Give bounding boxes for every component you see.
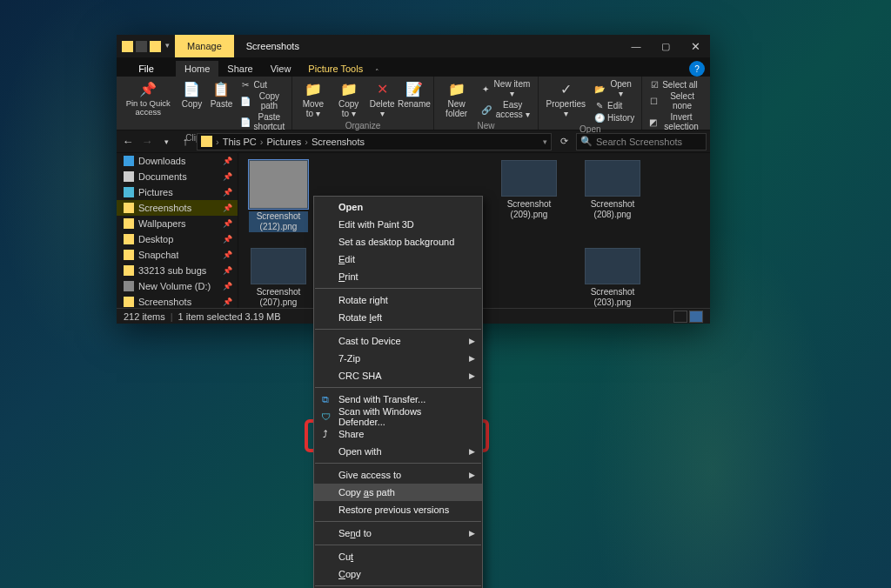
pin-icon: 📌 (223, 266, 232, 275)
newfolder-icon: 📁 (448, 80, 466, 97)
invert-selection-button[interactable]: ◩Invert selection (646, 111, 707, 132)
ctx-crc-sha[interactable]: CRC SHA▶ (314, 367, 482, 384)
file-item[interactable]: Screenshot (208).png (583, 160, 642, 232)
open-button[interactable]: 📂Open ▾ (591, 78, 638, 99)
tab-home[interactable]: Home (176, 61, 218, 77)
select-all-button[interactable]: ☑Select all (646, 78, 707, 90)
paste-button[interactable]: 📋Paste (207, 78, 235, 132)
qat-dropdown-icon[interactable]: ▾ (164, 41, 170, 52)
addr-dropdown-icon[interactable]: ▾ (543, 137, 547, 146)
ctx-set-background[interactable]: Set as desktop background (314, 233, 482, 251)
edit-ribbon-button[interactable]: ✎Edit (591, 99, 638, 111)
search-box[interactable]: 🔍 Search Screenshots (576, 133, 707, 150)
file-item[interactable]: Screenshot (203).png (583, 248, 642, 308)
copy-to-button[interactable]: 📁Copy to ▾ (332, 78, 365, 120)
ctx-scan-defender[interactable]: 🛡Scan with Windows Defender... (314, 408, 482, 425)
ctx-edit[interactable]: Edit (314, 251, 482, 268)
maximize-button[interactable]: ▢ (651, 35, 680, 57)
refresh-button[interactable]: ⟳ (555, 136, 573, 147)
delete-button[interactable]: ✕Delete ▾ (367, 78, 397, 120)
ctx-copypath-label: Copy as path (338, 487, 395, 498)
ctx-open-with[interactable]: Open with▶ (314, 443, 482, 460)
view-details-button[interactable] (673, 311, 687, 323)
newfolder-label: New folder (441, 99, 472, 118)
ctx-print[interactable]: Print (314, 268, 482, 285)
tab-file[interactable]: File (117, 61, 176, 77)
breadcrumb-pictures[interactable]: Pictures (266, 137, 301, 147)
sidebar-item-label: New Volume (D:) (138, 281, 211, 291)
easy-access-button[interactable]: 🔗Easy access ▾ (478, 99, 535, 120)
search-icon: 🔍 (580, 136, 593, 147)
sidebar-item[interactable]: New Volume (D:)📌 (117, 278, 238, 294)
pin-icon: 📌 (223, 251, 232, 259)
nav-forward-button[interactable]: → (139, 135, 155, 148)
ctx-restore-previous[interactable]: Restore previous versions (314, 501, 482, 518)
file-item-selected[interactable]: Screenshot (212).png (249, 160, 308, 232)
ctx-rotate-right[interactable]: Rotate right (314, 291, 482, 309)
address-bar[interactable]: › This PC › Pictures › Screenshots ▾ (197, 133, 552, 150)
ctx-send-to[interactable]: Send to▶ (314, 525, 482, 542)
nav-recent-button[interactable]: ▾ (158, 137, 174, 146)
ctx-copy[interactable]: Copy (314, 565, 482, 583)
submenu-icon: ▶ (469, 529, 475, 538)
move-to-button[interactable]: 📁Move to ▾ (296, 78, 330, 120)
view-thumbnails-button[interactable] (689, 311, 703, 323)
sidebar-item[interactable]: Documents📌 (117, 169, 238, 184)
breadcrumb-screenshots[interactable]: Screenshots (312, 137, 365, 147)
chevron-right-icon[interactable]: › (216, 137, 219, 147)
ctx-rotate-left[interactable]: Rotate left (314, 309, 482, 326)
select-none-button[interactable]: ☐Select none (646, 90, 707, 111)
ctx-edit-paint3d[interactable]: Edit with Paint 3D (314, 216, 482, 233)
sidebar-item[interactable]: Screenshots📌 (117, 200, 238, 216)
sidebar-item[interactable]: Desktop📌 (117, 231, 238, 247)
sidebar-item[interactable]: Downloads📌 (117, 153, 238, 169)
ctx-share-label: Share (338, 429, 364, 439)
history-button[interactable]: 🕘History (591, 111, 638, 124)
rename-icon: 📝 (405, 80, 423, 97)
copy-button[interactable]: 📄Copy (178, 78, 205, 132)
tab-view[interactable]: View (262, 61, 300, 77)
sidebar-item-label: Documents (138, 171, 187, 182)
new-folder-button[interactable]: 📁New folder (438, 78, 476, 120)
ribbon-collapse-icon[interactable]: ˄ (372, 68, 383, 77)
copy-path-button[interactable]: 📄Copy path (237, 90, 288, 111)
help-button[interactable]: ? (689, 61, 705, 77)
nav-back-button[interactable]: ← (120, 135, 136, 148)
close-button[interactable]: ✕ (680, 35, 710, 57)
ctx-cast-to-device[interactable]: Cast to Device▶ (314, 332, 482, 350)
ctx-cut[interactable]: Cut (314, 548, 482, 565)
ctx-open[interactable]: Open (314, 198, 482, 216)
pin-quick-access-button[interactable]: 📌Pin to Quick access (120, 78, 176, 132)
properties-button[interactable]: ✓Properties ▾ (542, 78, 589, 124)
sidebar-item[interactable]: Screenshots📌 (117, 294, 238, 308)
ctx-copy-as-path[interactable]: Copy as path (314, 484, 482, 501)
sidebar-item[interactable]: Wallpapers📌 (117, 216, 238, 231)
new-item-button[interactable]: ✦New item ▾ (478, 78, 535, 99)
ctx-7zip[interactable]: 7-Zip▶ (314, 350, 482, 367)
delete-icon: ✕ (373, 80, 391, 97)
ctx-share[interactable]: ⤴Share (314, 425, 482, 443)
minimize-button[interactable]: — (621, 35, 651, 57)
ctx-give-label: Give access to (338, 470, 401, 480)
sidebar-item[interactable]: Snapchat📌 (117, 247, 238, 263)
contextual-tab-manage[interactable]: Manage (175, 35, 234, 57)
ribbon-open-group: ✓Properties ▾ 📂Open ▾ ✎Edit 🕘History Ope… (539, 77, 642, 130)
ctx-send-transfer[interactable]: ⧉Send with Transfer... (314, 391, 482, 408)
sidebar-item[interactable]: Pictures📌 (117, 184, 238, 200)
pin-icon: 📌 (223, 235, 232, 244)
file-item[interactable]: Screenshot (207).png (249, 248, 308, 308)
chevron-right-icon[interactable]: › (305, 137, 308, 147)
ctx-give-access[interactable]: Give access to▶ (314, 466, 482, 484)
tab-share[interactable]: Share (218, 61, 261, 77)
sidebar-item[interactable]: 33213 sub bugs📌 (117, 263, 238, 278)
cut-button[interactable]: ✂Cut (237, 78, 288, 90)
file-item[interactable]: Screenshot (209).png (499, 160, 559, 232)
folder-icon (201, 136, 212, 147)
nav-up-button[interactable]: ↑ (178, 135, 193, 148)
chevron-right-icon[interactable]: › (260, 137, 264, 147)
rename-button[interactable]: 📝Rename (399, 78, 429, 120)
context-menu: Open Edit with Paint 3D Set as desktop b… (313, 196, 483, 588)
tab-picture-tools[interactable]: Picture Tools (299, 61, 372, 77)
breadcrumb-thispc[interactable]: This PC (223, 137, 257, 147)
paste-shortcut-button[interactable]: 📄Paste shortcut (237, 111, 288, 132)
